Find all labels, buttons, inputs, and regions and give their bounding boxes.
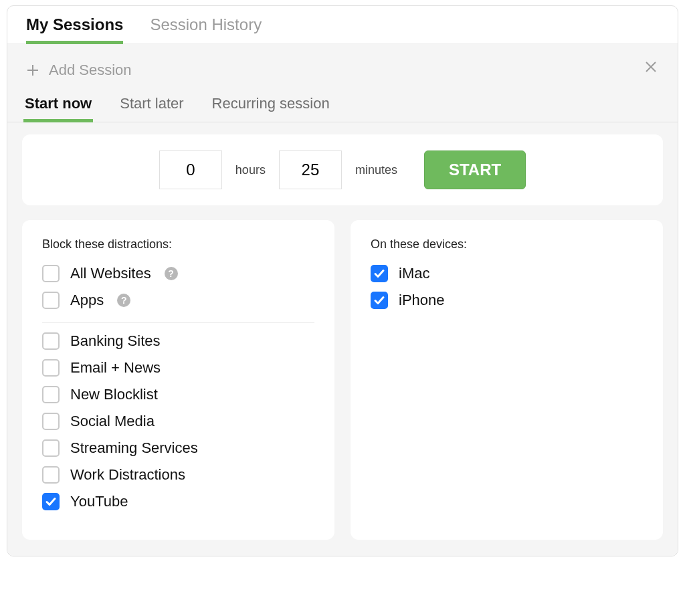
devices-1-checkbox[interactable] xyxy=(371,292,388,309)
start-button[interactable]: START xyxy=(424,150,526,189)
block_items-1-checkbox[interactable] xyxy=(42,359,60,377)
block_items_top-1-row: Apps? xyxy=(42,292,314,309)
tab-session-history[interactable]: Session History xyxy=(150,15,262,43)
devices-items: iMaciPhone xyxy=(371,265,643,309)
block_items-6-checkbox[interactable] xyxy=(42,493,60,510)
block_items_top-0-row: All Websites? xyxy=(42,265,314,282)
block_items-4-checkbox[interactable] xyxy=(42,439,60,457)
block-items-top: All Websites?Apps? xyxy=(42,265,314,309)
devices-0-checkbox[interactable] xyxy=(371,265,388,282)
help-icon[interactable]: ? xyxy=(165,267,178,280)
block_items-3-row: Social Media xyxy=(42,413,314,430)
block_items-4-row: Streaming Services xyxy=(42,439,314,457)
block_items-2-label: New Blocklist xyxy=(70,386,158,403)
close-icon[interactable] xyxy=(642,58,660,76)
add-session-row: Add Session xyxy=(22,56,663,88)
tab-recurring[interactable]: Recurring session xyxy=(212,88,330,122)
columns: Block these distractions: All Websites?A… xyxy=(22,220,663,540)
time-card: hours minutes START xyxy=(22,134,663,205)
block_items-5-checkbox[interactable] xyxy=(42,466,60,484)
block_items-0-label: Banking Sites xyxy=(70,332,161,350)
block_items-1-row: Email + News xyxy=(42,359,314,377)
block-items: Banking SitesEmail + NewsNew BlocklistSo… xyxy=(42,332,314,510)
block_items_top-1-label: Apps xyxy=(70,292,104,309)
help-icon[interactable]: ? xyxy=(117,294,130,307)
devices-0-label: iMac xyxy=(399,265,429,282)
tab-start-later[interactable]: Start later xyxy=(120,88,183,122)
tab-start-now[interactable]: Start now xyxy=(25,88,92,122)
block_items_top-1-checkbox[interactable] xyxy=(42,292,60,309)
block_items-3-label: Social Media xyxy=(70,413,155,430)
block_items-6-row: YouTube xyxy=(42,493,314,510)
plus-icon[interactable] xyxy=(25,62,41,78)
block-card: Block these distractions: All Websites?A… xyxy=(22,220,334,540)
block_items-2-row: New Blocklist xyxy=(42,386,314,403)
block_items_top-0-label: All Websites xyxy=(70,265,151,282)
block_items-2-checkbox[interactable] xyxy=(42,386,60,403)
block_items-3-checkbox[interactable] xyxy=(42,413,60,430)
hours-input[interactable] xyxy=(159,150,222,189)
block_items_top-0-checkbox[interactable] xyxy=(42,265,60,282)
add-session-label: Add Session xyxy=(49,62,132,79)
block_items-0-row: Banking Sites xyxy=(42,332,314,350)
block_items-0-checkbox[interactable] xyxy=(42,332,60,350)
tab-my-sessions[interactable]: My Sessions xyxy=(26,15,123,43)
devices-card: On these devices: iMaciPhone xyxy=(351,220,663,540)
sub-tab-bar: Start now Start later Recurring session xyxy=(7,88,678,122)
block_items-4-label: Streaming Services xyxy=(70,439,198,457)
block-divider xyxy=(42,322,314,323)
block_items-6-label: YouTube xyxy=(70,493,128,510)
block_items-1-label: Email + News xyxy=(70,359,161,377)
block-card-title: Block these distractions: xyxy=(42,237,314,251)
devices-0-row: iMac xyxy=(371,265,643,282)
hours-label: hours xyxy=(235,163,266,177)
minutes-label: minutes xyxy=(355,163,397,177)
app-window: My Sessions Session History Add Session … xyxy=(7,5,678,556)
devices-1-row: iPhone xyxy=(371,292,643,309)
devices-1-label: iPhone xyxy=(399,292,445,309)
block_items-5-label: Work Distractions xyxy=(70,466,185,484)
minutes-input[interactable] xyxy=(279,150,342,189)
devices-card-title: On these devices: xyxy=(371,237,643,251)
session-panel: Add Session Start now Start later Recurr… xyxy=(7,44,678,556)
block_items-5-row: Work Distractions xyxy=(42,466,314,484)
top-tab-bar: My Sessions Session History xyxy=(7,6,678,44)
